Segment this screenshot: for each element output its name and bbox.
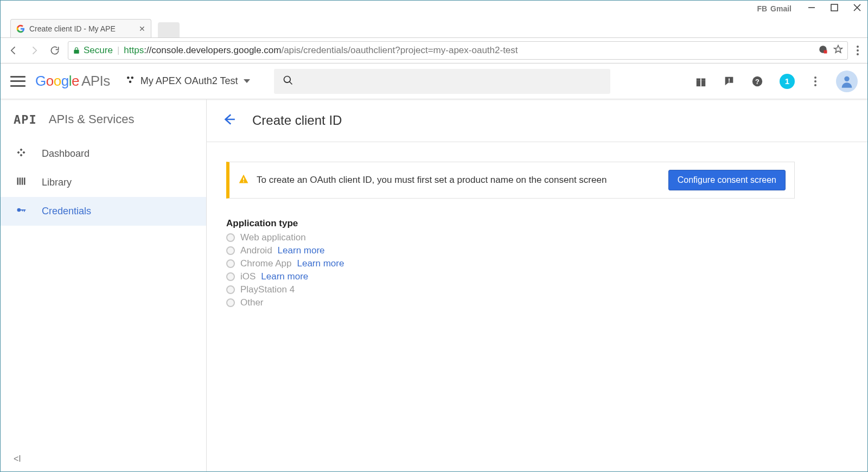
svg-rect-17 (24, 177, 25, 184)
tab-title: Create client ID - My APE (29, 24, 135, 33)
api-mark-icon: API (14, 113, 37, 126)
url-display: https://console.developers.google.com/ap… (124, 45, 518, 56)
header-more-button[interactable] (811, 76, 820, 86)
search-icon (283, 75, 293, 88)
feedback-icon[interactable] (723, 75, 735, 87)
nav-reload-button[interactable] (47, 43, 62, 58)
page-title: Create client ID (252, 113, 342, 128)
radio-icon (226, 233, 235, 242)
svg-text:?: ? (755, 77, 760, 85)
main-content: Create client ID To create an OAuth clie… (207, 99, 867, 471)
window-titlebar: FB Gmail (1, 1, 867, 17)
svg-rect-0 (831, 4, 838, 11)
bookmark-fb[interactable]: FB (757, 4, 767, 13)
account-avatar[interactable] (836, 71, 858, 92)
radio-label: Chrome App (240, 258, 292, 269)
new-tab-button[interactable] (158, 22, 180, 37)
svg-point-13 (844, 76, 849, 81)
radio-label: Other (240, 297, 264, 308)
radio-chrome-app[interactable]: Chrome App Learn more (226, 257, 795, 270)
window-minimize-icon[interactable] (808, 4, 815, 14)
radio-icon (226, 259, 235, 268)
radio-playstation4[interactable]: PlayStation 4 (226, 283, 795, 296)
bookmark-bar: FB Gmail (757, 4, 792, 13)
search-input[interactable] (274, 69, 610, 94)
sidebar-item-library[interactable]: Library (1, 168, 206, 197)
google-favicon-icon (16, 24, 25, 33)
svg-rect-20 (24, 209, 25, 212)
svg-rect-22 (243, 177, 244, 180)
svg-point-18 (17, 208, 21, 212)
radio-icon (226, 272, 235, 281)
learn-more-link[interactable]: Learn more (297, 258, 344, 269)
nav-back-button[interactable] (6, 43, 21, 58)
sidebar: API APIs & Services Dashboard Library Cr… (1, 99, 207, 471)
project-icon (125, 75, 135, 87)
sidebar-collapse-button[interactable]: <I (1, 447, 206, 471)
browser-tab-active[interactable]: Create client ID - My APE ✕ (10, 19, 151, 37)
configure-consent-button[interactable]: Configure consent screen (668, 170, 786, 190)
help-icon[interactable]: ? (751, 75, 763, 87)
svg-point-5 (129, 81, 132, 84)
learn-more-link[interactable]: Learn more (261, 271, 308, 282)
warning-text: To create an OAuth client ID, you must f… (257, 175, 661, 186)
svg-rect-19 (20, 209, 25, 211)
window-maximize-icon[interactable] (831, 4, 838, 14)
sidebar-item-label: Dashboard (42, 148, 90, 160)
nav-menu-button[interactable] (10, 76, 25, 87)
page-header: Create client ID (207, 99, 867, 142)
bookmark-star-icon[interactable] (833, 44, 843, 57)
sidebar-item-dashboard[interactable]: Dashboard (1, 139, 206, 168)
key-icon (16, 205, 27, 218)
radio-ios[interactable]: iOS Learn more (226, 270, 795, 283)
secure-lock-icon: Secure (73, 45, 113, 56)
learn-more-link[interactable]: Learn more (278, 245, 325, 256)
library-icon (16, 176, 27, 189)
google-apis-logo[interactable]: Google APIs (35, 73, 110, 90)
notifications-badge[interactable]: 1 (780, 74, 795, 89)
sidebar-item-label: Library (42, 177, 72, 188)
radio-other[interactable]: Other (226, 296, 795, 309)
svg-rect-23 (243, 181, 244, 182)
radio-icon (226, 298, 235, 307)
chevron-down-icon (244, 79, 250, 83)
browser-menu-button[interactable] (853, 46, 862, 55)
dashboard-icon (16, 147, 27, 161)
svg-rect-2 (824, 50, 827, 53)
address-bar[interactable]: Secure | https://console.developers.goog… (68, 41, 848, 60)
bookmark-gmail[interactable]: Gmail (770, 4, 792, 13)
sidebar-item-credentials[interactable]: Credentials (1, 197, 206, 226)
browser-toolbar: Secure | https://console.developers.goog… (1, 37, 867, 63)
radio-android[interactable]: Android Learn more (226, 244, 795, 257)
radio-label: Web application (240, 232, 306, 243)
radio-web-application[interactable]: Web application (226, 231, 795, 244)
sidebar-title-label: APIs & Services (49, 112, 135, 126)
radio-icon (226, 246, 235, 255)
svg-point-4 (131, 76, 133, 79)
radio-label: iOS (240, 271, 256, 282)
svg-rect-9 (729, 78, 730, 81)
project-switcher[interactable]: My APEX OAuth2 Test (120, 75, 256, 87)
svg-point-3 (127, 76, 130, 79)
svg-rect-16 (22, 177, 23, 184)
warning-icon (238, 174, 249, 187)
radio-label: Android (240, 245, 272, 256)
consent-warning-banner: To create an OAuth client ID, you must f… (226, 162, 795, 199)
svg-rect-15 (20, 177, 21, 184)
sidebar-item-label: Credentials (42, 206, 91, 217)
project-name: My APEX OAuth2 Test (141, 75, 238, 87)
svg-rect-10 (729, 81, 730, 82)
nav-forward-button[interactable] (27, 43, 42, 58)
radio-icon (226, 285, 235, 294)
browser-tabs: Create client ID - My APE ✕ (1, 17, 867, 37)
application-type-section: Application type Web application Android… (226, 218, 795, 309)
svg-rect-21 (22, 209, 23, 211)
gift-icon[interactable] (695, 75, 707, 87)
translate-icon[interactable] (818, 44, 828, 57)
svg-rect-8 (700, 78, 701, 86)
console-header: Google APIs My APEX OAuth2 Test ? 1 (1, 63, 867, 99)
window-close-icon[interactable] (853, 4, 861, 14)
tab-close-icon[interactable]: ✕ (139, 24, 145, 33)
sidebar-heading: API APIs & Services (1, 99, 206, 139)
back-arrow-icon[interactable] (222, 112, 236, 129)
